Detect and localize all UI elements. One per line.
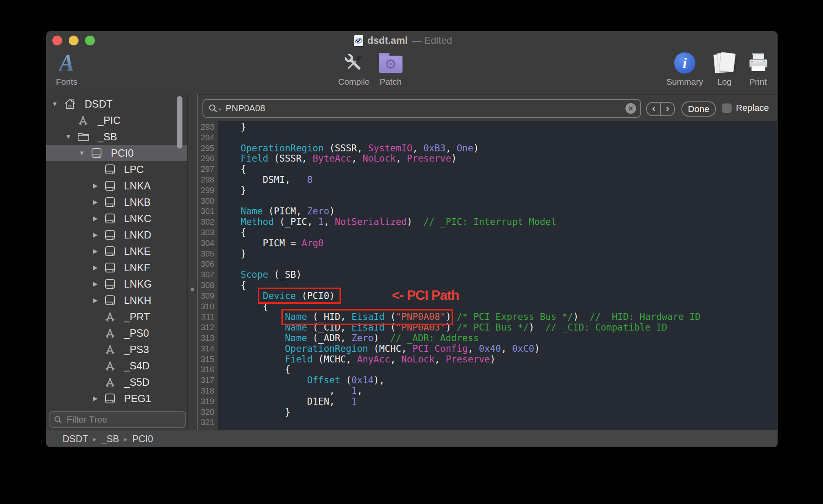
print-button[interactable]: Print bbox=[740, 51, 776, 87]
sidebar-item-lnkc[interactable]: ▶LNKC bbox=[46, 210, 187, 227]
disclosure-open-icon[interactable]: ▼ bbox=[65, 128, 72, 145]
disclosure-closed-icon[interactable]: ▶ bbox=[92, 292, 99, 308]
code-line: Field (SSSR, ByteAcc, NoLock, Preserve) bbox=[218, 153, 777, 164]
clear-search-icon[interactable]: ✕ bbox=[625, 103, 636, 114]
sidebar-item-peg1[interactable]: ▶PEG1 bbox=[46, 390, 187, 407]
disclosure-closed-icon[interactable]: ▶ bbox=[92, 210, 99, 227]
code-line: PICM = Arg0 bbox=[218, 238, 777, 249]
line-number: 296 bbox=[198, 153, 218, 164]
code-line: OperationRegion (SSSR, SystemIO, 0xB3, O… bbox=[218, 143, 777, 154]
device-icon bbox=[104, 392, 116, 406]
status-bar: DSDT▸_SB▸PCI0 bbox=[46, 430, 778, 447]
log-button[interactable]: Log bbox=[706, 51, 742, 87]
sidebar-item-lnkf[interactable]: ▶LNKF bbox=[46, 259, 187, 276]
code-line: { bbox=[218, 364, 777, 375]
line-number: 314 bbox=[198, 344, 218, 354]
sidebar-item-_ps0[interactable]: _PS0 bbox=[46, 325, 187, 341]
line-number: 319 bbox=[198, 396, 218, 407]
sidebar-item-_s5d[interactable]: _S5D bbox=[46, 374, 187, 390]
summary-label: Summary bbox=[665, 77, 704, 87]
divider-handle-dot[interactable] bbox=[191, 288, 194, 291]
compile-button[interactable]: Compile bbox=[335, 51, 373, 87]
device-icon bbox=[104, 278, 116, 292]
filter-search-icon bbox=[54, 415, 63, 424]
search-input[interactable]: ⌄ PNP0A08 ✕ bbox=[202, 99, 641, 118]
code-editor[interactable]: 2932942952962972982993003013023033043053… bbox=[198, 121, 777, 430]
line-number-gutter: 2932942952962972982993003013023033043053… bbox=[198, 121, 218, 430]
sidebar-item-_pic[interactable]: _PIC bbox=[46, 112, 187, 128]
summary-button[interactable]: i Summary bbox=[665, 51, 704, 87]
patch-button[interactable]: ⚙ Patch bbox=[372, 51, 409, 87]
search-icon[interactable] bbox=[208, 104, 218, 113]
disclosure-closed-icon[interactable]: ▶ bbox=[92, 276, 99, 292]
disclosure-open-icon[interactable]: ▼ bbox=[78, 145, 85, 161]
tree-item-label: _PS3 bbox=[124, 341, 149, 358]
sidebar-item-lnkh[interactable]: ▶LNKH bbox=[46, 292, 187, 308]
compile-tools-icon bbox=[342, 52, 365, 74]
sidebar-item-lnkb[interactable]: ▶LNKB bbox=[46, 194, 187, 210]
code-text[interactable]: } OperationRegion (SSSR, SystemIO, 0xB3,… bbox=[218, 122, 777, 428]
line-number: 295 bbox=[198, 143, 218, 154]
sidebar-scrollbar-thumb[interactable] bbox=[177, 96, 182, 148]
disclosure-closed-icon[interactable]: ▶ bbox=[92, 227, 99, 243]
disclosure-closed-icon[interactable]: ▶ bbox=[92, 390, 99, 407]
log-pages-icon bbox=[713, 52, 735, 74]
printer-icon bbox=[747, 52, 769, 74]
search-menu-chevron-icon[interactable]: ⌄ bbox=[217, 104, 223, 112]
zoom-button[interactable] bbox=[85, 36, 95, 45]
chevron-left-icon: ‹ bbox=[652, 104, 655, 113]
code-line: } bbox=[218, 122, 777, 133]
sidebar-item-lnkg[interactable]: ▶LNKG bbox=[46, 276, 187, 292]
device-icon bbox=[104, 229, 116, 243]
replace-checkbox[interactable] bbox=[722, 103, 732, 113]
disclosure-closed-icon[interactable]: ▶ bbox=[92, 178, 99, 194]
code-line: } bbox=[218, 249, 777, 259]
sidebar-item-_sb[interactable]: ▼_SB bbox=[46, 128, 187, 145]
method-icon bbox=[77, 114, 89, 128]
sidebar-item-lnka[interactable]: ▶LNKA bbox=[46, 178, 187, 194]
close-button[interactable] bbox=[52, 36, 62, 45]
filter-tree-field[interactable] bbox=[49, 411, 186, 428]
tree-item-label: LNKD bbox=[124, 227, 151, 243]
line-number: 310 bbox=[198, 302, 218, 312]
disclosure-closed-icon[interactable]: ▶ bbox=[92, 259, 99, 276]
sidebar-item-_prt[interactable]: _PRT bbox=[46, 308, 187, 325]
disclosure-closed-icon[interactable]: ▶ bbox=[92, 243, 99, 259]
line-number: 320 bbox=[198, 407, 218, 418]
done-button[interactable]: Done bbox=[681, 101, 716, 117]
find-previous-button[interactable]: ‹ bbox=[647, 103, 661, 115]
line-number: 297 bbox=[198, 164, 218, 175]
tree-item-label: LPC bbox=[124, 161, 144, 178]
chevron-right-icon: › bbox=[666, 104, 669, 113]
line-number: 302 bbox=[198, 217, 218, 227]
search-query-text[interactable]: PNP0A08 bbox=[226, 103, 625, 114]
find-next-button[interactable]: › bbox=[661, 103, 674, 115]
log-label: Log bbox=[706, 77, 742, 87]
patch-folder-icon: ⚙ bbox=[379, 53, 403, 73]
sidebar-item-lpc[interactable]: LPC bbox=[46, 161, 187, 178]
minimize-button[interactable] bbox=[69, 36, 79, 45]
tree-item-label: PCI0 bbox=[111, 145, 134, 161]
filter-tree-input[interactable] bbox=[66, 414, 185, 425]
code-line: Name (_ADR, Zero) // _ADR: Address bbox=[218, 333, 777, 344]
disclosure-closed-icon[interactable]: ▶ bbox=[92, 194, 99, 210]
sidebar-item-dsdt[interactable]: ▼DSDT bbox=[46, 96, 187, 112]
disclosure-open-icon[interactable]: ▼ bbox=[51, 96, 58, 112]
sidebar-item-_s4d[interactable]: _S4D bbox=[46, 358, 187, 374]
tree-item-label: LNKH bbox=[124, 292, 151, 308]
annotation-box-device-pci0 bbox=[258, 288, 341, 304]
sidebar-item-_ps3[interactable]: _PS3 bbox=[46, 341, 187, 358]
code-line: } bbox=[218, 185, 777, 196]
pane-divider[interactable] bbox=[187, 94, 198, 430]
fonts-button[interactable]: A Fonts bbox=[49, 51, 84, 87]
sidebar-item-lnkd[interactable]: ▶LNKD bbox=[46, 227, 187, 243]
line-number: 312 bbox=[198, 322, 218, 333]
code-line: Method (_PIC, 1, NotSerialized) // _PIC:… bbox=[218, 217, 777, 227]
tree-item-label: _S4D bbox=[124, 358, 150, 374]
sidebar-item-lnke[interactable]: ▶LNKE bbox=[46, 243, 187, 259]
line-number: 303 bbox=[198, 227, 218, 238]
breadcrumb-separator-icon: ▸ bbox=[124, 435, 127, 443]
sidebar-item-pci0[interactable]: ▼PCI0 bbox=[46, 145, 187, 161]
line-number: 304 bbox=[198, 238, 218, 249]
code-line: D1EN, 1 bbox=[218, 396, 777, 407]
